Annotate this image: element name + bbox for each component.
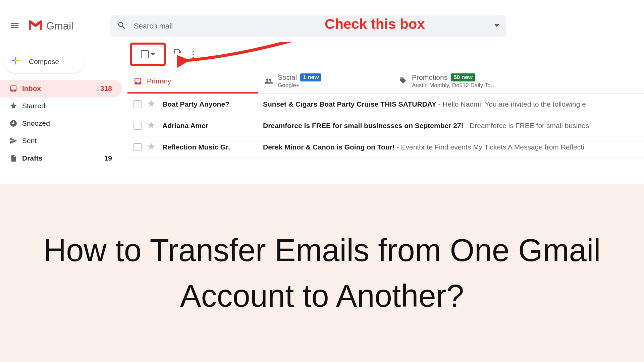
sidebar-item-starred[interactable]: Starred — [0, 97, 122, 115]
sidebar-item-label: Sent — [22, 137, 112, 145]
sidebar-item-snoozed[interactable]: Snoozed — [0, 115, 122, 132]
row-star-button[interactable] — [147, 121, 162, 131]
star-icon — [9, 102, 22, 110]
tab-subtitle: Austin Monthly, Do512 Daily To… — [412, 82, 496, 89]
inbox-icon — [9, 84, 22, 93]
more-vert-icon — [193, 51, 194, 52]
inbox-icon — [133, 77, 147, 85]
compose-button[interactable]: Compose — [4, 50, 85, 73]
more-button[interactable] — [193, 51, 194, 58]
search-input[interactable] — [134, 22, 491, 31]
mail-sender: Boat Party Anyone? — [162, 100, 263, 108]
main-content: Primary Social 1 new Google+ Promotions — [127, 43, 644, 137]
mail-row[interactable]: Adriana Amer Dreamforce is FREE for smal… — [127, 115, 644, 136]
row-checkbox[interactable] — [133, 143, 142, 151]
sidebar-item-count: 318 — [100, 84, 112, 93]
send-icon — [9, 137, 22, 145]
sidebar-item-drafts[interactable]: Drafts 19 — [0, 149, 122, 167]
gmail-logo[interactable]: Gmail — [28, 18, 73, 35]
mail-subject: Derek Minor & Canon is Going on Tour! - … — [263, 143, 584, 151]
compose-label: Compose — [29, 58, 59, 66]
search-icon — [117, 21, 126, 32]
select-all-checkbox[interactable] — [130, 43, 166, 66]
app-header: Gmail — [0, 9, 644, 43]
refresh-button[interactable] — [173, 49, 182, 60]
search-options-button[interactable] — [494, 23, 499, 29]
sidebar-item-label: Drafts — [22, 154, 104, 162]
mail-row[interactable]: Reflection Music Gr. Derek Minor & Canon… — [127, 136, 644, 158]
row-checkbox[interactable] — [133, 122, 142, 130]
mail-subject: Dreamforce is FREE for small businesses … — [263, 122, 589, 130]
gmail-m-icon — [28, 18, 44, 35]
mail-subject: Sunset & Cigars Boat Party Cruise THIS S… — [263, 100, 586, 108]
tab-label: Primary — [147, 77, 171, 85]
file-icon — [9, 154, 22, 162]
clock-icon — [9, 119, 22, 127]
hamburger-icon — [10, 20, 20, 32]
mail-sender: Adriana Amer — [162, 122, 263, 130]
row-checkbox[interactable] — [133, 100, 142, 108]
tab-social[interactable]: Social 1 new Google+ — [258, 69, 392, 93]
sidebar: Compose Inbox 318 Starred Snoozed Sent D… — [0, 43, 127, 137]
tab-label: Promotions — [412, 73, 447, 81]
sidebar-item-inbox[interactable]: Inbox 318 — [0, 80, 122, 97]
chevron-down-icon — [151, 53, 155, 56]
mail-toolbar — [127, 43, 644, 66]
tag-icon — [398, 77, 412, 85]
tab-badge: 50 new — [451, 73, 475, 81]
sidebar-item-count: 19 — [104, 154, 112, 162]
title-overlay: How to Transfer Emails from One Gmail Ac… — [0, 184, 644, 362]
tab-badge: 1 new — [300, 73, 321, 81]
title-text: How to Transfer Emails from One Gmail Ac… — [0, 228, 644, 319]
mail-row[interactable]: Boat Party Anyone? Sunset & Cigars Boat … — [127, 94, 644, 115]
tab-label: Social — [278, 73, 297, 81]
tab-subtitle: Google+ — [278, 82, 321, 89]
sidebar-item-sent[interactable]: Sent — [0, 132, 122, 149]
search-wrap — [110, 15, 506, 37]
main-menu-button[interactable] — [5, 17, 24, 36]
inbox-tabs: Primary Social 1 new Google+ Promotions — [127, 69, 644, 94]
plus-icon — [11, 55, 21, 68]
sidebar-item-label: Starred — [22, 102, 112, 110]
annotation-callout: Check this box — [325, 16, 425, 32]
tab-promotions[interactable]: Promotions 50 new Austin Monthly, Do512 … — [392, 69, 527, 93]
window-topbar — [0, 0, 644, 9]
search-box[interactable] — [110, 15, 506, 37]
row-star-button[interactable] — [147, 142, 162, 152]
people-icon — [264, 77, 278, 85]
tab-primary[interactable]: Primary — [127, 69, 258, 93]
checkbox-icon — [141, 50, 149, 58]
row-star-button[interactable] — [147, 99, 162, 109]
sidebar-item-label: Inbox — [22, 84, 100, 93]
sidebar-item-label: Snoozed — [22, 119, 112, 127]
mail-sender: Reflection Music Gr. — [162, 143, 263, 151]
gmail-logo-text: Gmail — [46, 20, 73, 32]
